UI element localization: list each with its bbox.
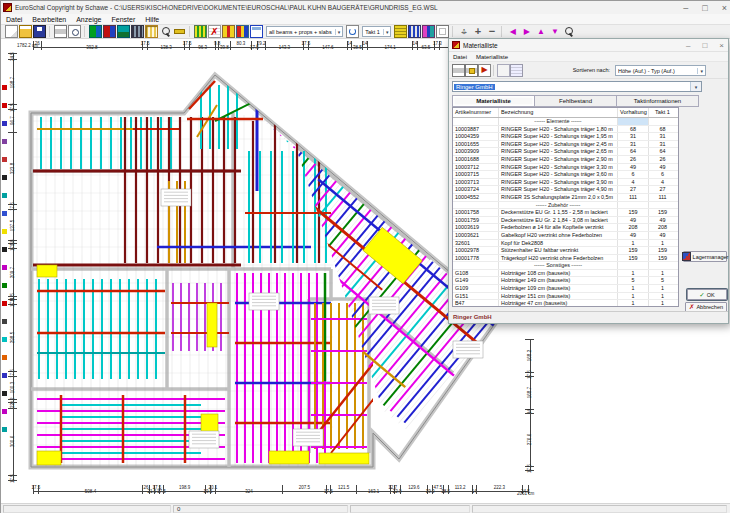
palette-color-swatch[interactable] [2,121,7,126]
palette-color-swatch[interactable] [2,391,7,396]
statistics-icon[interactable] [222,25,235,38]
table-row[interactable]: 10003724RINGER Super H20 - Schalungs trä… [453,186,678,194]
pan-up-icon[interactable]: ▲ [534,25,547,38]
tab-taktinformationen[interactable]: Taktinformationen [616,95,699,107]
pan-icon[interactable]: ↔↕ [457,25,470,38]
dialog-menu-datei[interactable]: Datei [453,54,467,60]
palette-color-swatch[interactable] [2,175,7,180]
print-preview-icon[interactable] [68,25,81,38]
table-group-row[interactable]: ------ Sonstiges ------ [453,262,678,270]
color-palette-strip[interactable] [2,85,8,432]
beam-tool-icon[interactable] [131,25,144,38]
tab-fehlbestand[interactable]: Fehlbestand [534,95,617,107]
new-icon[interactable] [5,25,18,38]
material-list-icon[interactable] [194,25,207,38]
zoom-out-icon[interactable]: − [485,25,498,38]
table-row[interactable]: 10003713RINGER Super H20 - Schalungs trä… [453,179,678,187]
table-row[interactable]: G151Holzträger 151 cm (bauseits)11 [453,293,678,301]
save-icon[interactable] [33,25,46,38]
table-row[interactable]: G149Holzträger 149 cm (bauseits)55 [453,277,678,285]
table-icon[interactable] [250,25,263,38]
pan-right-icon[interactable]: ▶ [520,25,533,38]
refresh-icon[interactable] [346,25,359,38]
palette-color-swatch[interactable] [2,409,7,414]
material-table[interactable]: Artikelnummer Bezeichnung Vorhaltung Tak… [452,107,679,307]
table-row[interactable]: 10003909RINGER Super H20 - Schalungs trä… [453,148,678,156]
palette-color-swatch[interactable] [2,337,7,342]
palette-color-swatch[interactable] [2,103,7,108]
view-filter-dropdown[interactable]: all beams + props + slabs ▾ [266,26,343,37]
table-row[interactable]: 10001778Trägerkopf H20 verzinkt ohne Fed… [453,255,678,263]
table-row[interactable]: 10001688RINGER Super H20 - Schalungs trä… [453,156,678,164]
column-header-artikelnummer[interactable]: Artikelnummer [453,108,499,117]
dialog-close-button[interactable]: × [719,41,724,50]
statistics2-icon[interactable] [236,25,249,38]
takt-dropdown[interactable]: Takt 1 ▾ [362,26,391,37]
minimize-button[interactable]: – [683,3,688,13]
palette-color-swatch[interactable] [2,247,7,252]
palette-color-swatch[interactable] [2,193,7,198]
table-row[interactable]: 10003887RINGER Super H20 - Schalungs trä… [453,126,678,134]
table-row[interactable]: 10001758Deckenstütze EU Gr. 1 1,55 - 2,5… [453,209,678,217]
tab-materialliste[interactable]: Materialliste [452,95,535,107]
table-row[interactable]: G108Holzträger 108 cm (bauseits)11 [453,270,678,278]
palette-color-swatch[interactable] [2,283,7,288]
table-row[interactable]: 10001655RINGER Super H20 - Schalungs trä… [453,141,678,149]
table-row[interactable]: 10003619Federbolzen ø 14 für alle Kopfte… [453,224,678,232]
sort-dropdown[interactable]: Höhe (Auf.) - Typ (Auf.) ▾ [615,65,706,76]
export-icon[interactable]: ▶ [478,64,491,77]
frame-icon[interactable] [436,25,449,38]
wall-tool-icon[interactable] [89,25,102,38]
column-header-bezeichnung[interactable]: Bezeichnung [499,108,618,117]
table-row[interactable]: 10003715RINGER Super H20 - Schalungs trä… [453,171,678,179]
dialog-maximize-button[interactable]: □ [702,41,707,50]
table-group-row[interactable]: ------ Elemente ------ [453,118,678,126]
menu-hilfe[interactable]: Hilfe [145,16,159,23]
palette-color-swatch[interactable] [2,139,7,144]
palette-color-swatch[interactable] [2,355,7,360]
table-row[interactable]: G109Holzträger 109 cm (bauseits)11 [453,285,678,293]
palette-color-swatch[interactable] [2,427,7,432]
palette-color-swatch[interactable] [2,157,7,162]
table-row[interactable]: B47Holzträger 47 cm (bauseits)11 [453,300,678,307]
table-row[interactable]: 10002978Stützenhalter EU faltbar verzink… [453,247,678,255]
palette-color-swatch[interactable] [2,85,7,90]
pan-down-icon[interactable]: ▼ [548,25,561,38]
grid-color-icon[interactable] [408,25,421,38]
menu-fenster[interactable]: Fenster [112,16,136,23]
palette-color-swatch[interactable] [2,211,7,216]
palette-color-swatch[interactable] [2,301,7,306]
palette-color-swatch[interactable] [2,265,7,270]
menu-bearbeiten[interactable]: Bearbeiten [32,16,66,23]
delete-material-icon[interactable]: ✗ [208,25,221,38]
menu-datei[interactable]: Datei [6,16,22,23]
pan-left-icon[interactable]: ◀ [506,25,519,38]
layers-icon[interactable] [394,25,407,38]
zoom-tool-icon[interactable] [159,25,172,38]
table-row[interactable]: 10004359RINGER Super H20 - Schalungs trä… [453,133,678,141]
table-row[interactable]: 10003712RINGER Super H20 - Schalungs trä… [453,164,678,172]
print-icon[interactable] [54,25,67,38]
palette-color-swatch[interactable] [2,319,7,324]
props-tool-icon[interactable] [145,25,158,38]
table-group-row[interactable]: ------ Zubehör ------ [453,202,678,210]
maximize-button[interactable]: □ [702,3,707,13]
zoom-in-icon[interactable]: + [471,25,484,38]
slab-tool-icon[interactable] [117,25,130,38]
formwork-tool-icon[interactable] [103,25,116,38]
copy-icon[interactable] [497,64,510,77]
company-combobox[interactable]: Ringer GmbH ▾ [452,81,702,92]
table-row[interactable]: 32601Kopf für Dek280811 [453,240,678,248]
palette-color-swatch[interactable] [2,229,7,234]
close-button[interactable]: × [722,3,727,13]
column-header-vorhaltung[interactable]: Vorhaltung [618,108,649,117]
ok-button[interactable]: ✓ OK [687,289,727,300]
palette-color-swatch[interactable] [2,373,7,378]
dialog-minimize-button[interactable]: – [686,41,690,50]
menu-anzeige[interactable]: Anzeige [76,16,101,23]
print-icon[interactable] [452,64,465,77]
column-header-takt[interactable]: Takt 1 [649,108,676,117]
table-row[interactable]: 10003621Gabelkopf H20 verzinkt ohne Fede… [453,232,678,240]
hide-tool-icon[interactable] [173,25,186,38]
table-row[interactable]: 10001759Deckenstütze EU Gr. 2 1,84 - 3,0… [453,217,678,225]
